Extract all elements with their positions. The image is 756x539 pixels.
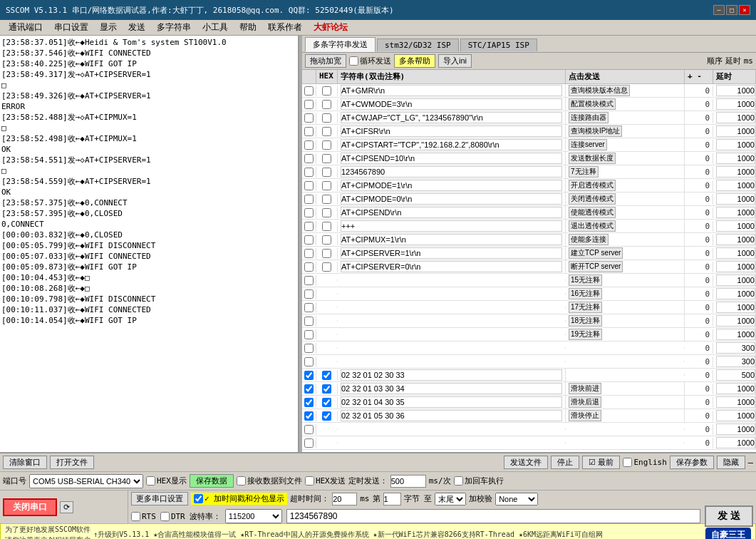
row-checkbox[interactable] <box>304 127 314 136</box>
tab-stm32-isp[interactable]: stm32/GD32 ISP <box>377 38 459 51</box>
hex-send-checkbox[interactable] <box>305 476 314 486</box>
row-hex-cell[interactable] <box>316 221 338 232</box>
recv-to-file-label[interactable]: 接收数据到文件 <box>237 476 302 486</box>
tab-multi-string[interactable]: 多条字符串发送 <box>305 37 376 52</box>
row-delay-cell[interactable] <box>713 287 756 300</box>
stop-btn[interactable]: 停止 <box>551 456 579 469</box>
row-hex-cell[interactable] <box>316 347 338 349</box>
row-hex-checkbox[interactable] <box>322 371 331 380</box>
row-checkbox-cell[interactable] <box>302 289 316 299</box>
row-send-btn[interactable]: 7无注释 <box>569 166 599 178</box>
row-delay-cell[interactable] <box>713 233 756 246</box>
row-string-input[interactable] <box>341 261 562 272</box>
row-delay-input[interactable] <box>716 288 755 299</box>
row-hex-cell[interactable] <box>316 153 338 164</box>
row-label-cell[interactable]: 使能透传模式 <box>566 206 685 219</box>
row-checkbox-cell[interactable] <box>302 167 316 178</box>
row-checkbox[interactable] <box>304 181 314 190</box>
send-file-btn[interactable]: 发送文件 <box>504 456 548 469</box>
row-checkbox[interactable] <box>304 384 314 394</box>
row-send-btn[interactable]: 滑块停止 <box>569 410 601 421</box>
row-checkbox-cell[interactable] <box>302 329 316 340</box>
drag-expand-btn[interactable]: 拖动加宽 <box>305 54 346 68</box>
row-delay-input[interactable] <box>716 342 755 354</box>
row-send-btn[interactable]: 断开TCP server <box>569 261 623 272</box>
row-checkbox[interactable] <box>304 303 314 312</box>
loop-send-checkbox[interactable] <box>349 56 358 66</box>
row-string-cell[interactable] <box>338 369 566 381</box>
row-delay-cell[interactable] <box>713 396 756 409</box>
row-string-input[interactable] <box>341 410 562 421</box>
row-label-cell[interactable]: 18无注释 <box>566 314 685 327</box>
row-string-cell[interactable] <box>338 307 566 308</box>
row-delay-cell[interactable] <box>713 192 756 205</box>
hex-send-label[interactable]: HEX发送 <box>305 476 346 486</box>
row-checkbox[interactable] <box>304 100 314 109</box>
dtr-checkbox[interactable] <box>160 512 170 521</box>
row-delay-cell[interactable] <box>713 111 756 124</box>
row-delay-input[interactable] <box>716 180 755 191</box>
row-delay-cell[interactable] <box>713 165 756 178</box>
row-hex-checkbox[interactable] <box>322 100 331 109</box>
row-send-btn[interactable]: 滑块后退 <box>569 396 601 408</box>
dtr-label[interactable]: DTR <box>160 512 185 521</box>
row-label-cell[interactable]: 断开TCP server <box>566 260 685 273</box>
row-string-cell[interactable] <box>338 179 566 192</box>
menu-send[interactable]: 发送 <box>123 20 151 35</box>
row-delay-cell[interactable] <box>713 98 756 111</box>
row-hex-cell[interactable] <box>316 428 338 430</box>
row-string-input[interactable] <box>341 139 562 150</box>
row-string-cell[interactable] <box>338 382 566 395</box>
row-hex-checkbox[interactable] <box>322 168 331 177</box>
recv-to-file-checkbox[interactable] <box>237 476 246 486</box>
row-checkbox[interactable] <box>304 289 314 299</box>
row-send-btn[interactable]: 使能透传模式 <box>569 207 616 218</box>
row-checkbox-cell[interactable] <box>302 126 316 137</box>
save-data-btn[interactable]: 保存数据 <box>190 474 234 488</box>
row-send-btn[interactable]: 连接路由器 <box>569 112 609 123</box>
row-hex-cell[interactable] <box>316 235 338 245</box>
tab-stc-isp[interactable]: STC/IAP15 ISP <box>460 38 537 51</box>
row-label-cell[interactable]: 开启透传模式 <box>566 179 685 192</box>
row-checkbox[interactable] <box>304 235 314 245</box>
row-delay-input[interactable] <box>716 261 755 272</box>
row-send-btn[interactable]: 使能多连接 <box>569 234 609 245</box>
row-send-btn[interactable]: 16无注释 <box>569 288 602 299</box>
row-delay-input[interactable] <box>716 207 755 218</box>
row-label-cell[interactable]: 建立TCP server <box>566 247 685 260</box>
serial-log-panel[interactable]: [23:58:37.051]收←◆Heidi & Tom's system ST… <box>0 36 299 452</box>
row-delay-cell[interactable] <box>713 328 756 341</box>
row-delay-input[interactable] <box>716 247 755 259</box>
row-string-input[interactable] <box>341 207 562 218</box>
row-checkbox[interactable] <box>304 113 314 123</box>
row-hex-checkbox[interactable] <box>322 154 331 163</box>
row-checkbox-cell[interactable] <box>302 235 316 245</box>
row-hex-cell[interactable] <box>316 99 338 110</box>
menu-help[interactable]: 帮助 <box>234 20 262 35</box>
row-hex-cell[interactable] <box>316 370 338 381</box>
row-hex-cell[interactable] <box>316 113 338 123</box>
add-newline-label[interactable]: 加回车执行 <box>454 476 504 486</box>
row-label-cell[interactable]: 滑块后退 <box>566 396 685 409</box>
row-send-btn[interactable]: 滑块前进 <box>569 383 601 394</box>
row-string-cell[interactable] <box>338 396 566 409</box>
row-hex-cell[interactable] <box>316 334 338 335</box>
row-label-cell[interactable]: 查询模块IP地址 <box>566 125 685 138</box>
row-checkbox[interactable] <box>304 344 314 353</box>
row-delay-input[interactable] <box>716 153 755 164</box>
row-hex-cell[interactable] <box>316 86 338 96</box>
row-checkbox[interactable] <box>304 398 314 407</box>
row-hex-checkbox[interactable] <box>322 195 331 204</box>
row-checkbox-cell[interactable] <box>302 370 316 381</box>
row-delay-cell[interactable] <box>713 369 756 381</box>
row-send-btn[interactable]: 18无注释 <box>569 315 602 327</box>
row-string-input[interactable] <box>341 383 562 394</box>
row-string-cell[interactable] <box>338 247 566 260</box>
row-string-cell[interactable] <box>338 138 566 151</box>
row-checkbox-cell[interactable] <box>302 153 316 164</box>
row-checkbox[interactable] <box>304 249 314 258</box>
rts-label[interactable]: RTS <box>131 512 156 521</box>
row-string-cell[interactable] <box>338 125 566 138</box>
row-label-cell[interactable]: 发送数据长度 <box>566 152 685 165</box>
row-delay-cell[interactable] <box>713 138 756 151</box>
